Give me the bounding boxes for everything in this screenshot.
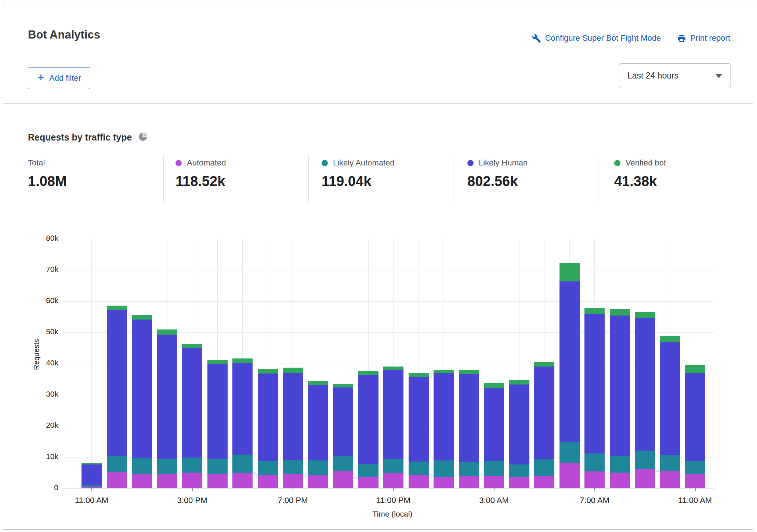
bar-segment-automated <box>308 475 328 488</box>
bar-segment-likely-automated <box>308 460 328 475</box>
bar-segment-verified-bot <box>584 308 605 314</box>
bar-segment-verified-bot <box>484 383 504 388</box>
bar-segment-verified-bot <box>610 309 630 316</box>
bar-segment-verified-bot <box>157 329 177 335</box>
bar[interactable] <box>584 308 605 488</box>
x-tick-label: 11:00 AM <box>55 496 128 505</box>
bar[interactable] <box>459 370 479 488</box>
bar[interactable] <box>333 384 353 488</box>
bar[interactable] <box>660 336 680 489</box>
bar-segment-verified-bot <box>434 370 454 373</box>
bar[interactable] <box>207 360 228 488</box>
bar[interactable] <box>610 309 630 488</box>
bar[interactable] <box>559 263 580 488</box>
bar-segment-likely-human <box>283 373 303 460</box>
y-tick-label: 30k <box>3 390 58 398</box>
x-tick-label: 7:00 AM <box>558 496 631 505</box>
bar[interactable] <box>107 306 127 488</box>
bar-segment-likely-automated <box>534 459 554 476</box>
bar-segment-likely-automated <box>232 455 253 473</box>
bar-segment-verified-bot <box>559 263 580 281</box>
bar-segment-likely-automated <box>610 456 630 473</box>
bar[interactable] <box>82 463 102 488</box>
bar-segment-verified-bot <box>258 369 278 374</box>
bar-segment-likely-automated <box>258 461 278 475</box>
y-tick-label: 20k <box>3 421 58 430</box>
bar[interactable] <box>132 315 152 488</box>
x-tick-label: 3:00 AM <box>457 496 531 505</box>
bar-segment-likely-automated <box>157 459 177 474</box>
bar[interactable] <box>383 367 403 488</box>
bar-segment-likely-automated <box>132 458 152 474</box>
bar[interactable] <box>434 370 454 488</box>
bar-segment-verified-bot <box>685 365 705 373</box>
bar-segment-likely-automated <box>484 461 504 476</box>
bar[interactable] <box>509 380 529 488</box>
bar-segment-automated <box>182 473 202 488</box>
bar-segment-automated <box>559 463 580 488</box>
x-tick-label: 11:00 PM <box>357 496 430 505</box>
bar[interactable] <box>308 381 328 488</box>
bar-segment-likely-human <box>383 370 403 459</box>
x-tick-label: 7:00 PM <box>256 496 330 505</box>
bar-segment-likely-automated <box>207 459 228 474</box>
y-tick-label: 0 <box>3 483 58 492</box>
bar-segment-automated <box>685 474 705 488</box>
bar-segment-likely-human <box>584 314 605 453</box>
bar-segment-likely-human <box>182 348 202 458</box>
bar-segment-automated <box>459 476 479 488</box>
bar-segment-likely-human <box>660 342 680 455</box>
bar-segment-verified-bot <box>333 384 353 387</box>
bar[interactable] <box>635 312 655 488</box>
bar-segment-likely-human <box>82 464 102 485</box>
y-tick-label: 50k <box>3 327 58 336</box>
bar-segment-likely-automated <box>509 464 529 477</box>
bar[interactable] <box>534 362 554 488</box>
bar-segment-likely-human <box>484 388 504 461</box>
bar-segment-verified-bot <box>232 358 253 363</box>
bar-segment-likely-automated <box>685 461 705 474</box>
x-tick-label: 3:00 PM <box>156 496 229 505</box>
bar-segment-likely-automated <box>182 458 202 473</box>
bar-segment-verified-bot <box>358 371 378 375</box>
bar-segment-likely-human <box>308 385 328 461</box>
bar-segment-verified-bot <box>534 362 554 367</box>
bar-segment-automated <box>534 476 554 488</box>
bar-segment-verified-bot <box>660 336 680 343</box>
bar-segment-likely-automated <box>459 462 479 476</box>
bar[interactable] <box>685 365 705 488</box>
grid-line-h <box>63 239 714 239</box>
bar-segment-automated <box>660 471 680 488</box>
bar-segment-automated <box>610 473 630 488</box>
bar-segment-likely-automated <box>383 459 403 473</box>
bar[interactable] <box>283 368 303 488</box>
bar[interactable] <box>232 358 253 488</box>
bar-segment-automated <box>207 474 228 488</box>
x-tick-mark <box>192 488 193 491</box>
x-tick-label: 11:00 AM <box>659 496 732 505</box>
bar-segment-likely-human <box>107 310 127 456</box>
bar-segment-automated <box>584 471 605 488</box>
bar[interactable] <box>157 329 177 489</box>
bar-segment-automated <box>383 473 403 488</box>
bar[interactable] <box>409 373 429 488</box>
bar-segment-likely-human <box>534 367 554 459</box>
bar-segment-likely-human <box>258 374 278 461</box>
bar-segment-likely-human <box>459 374 479 462</box>
bar-segment-likely-automated <box>635 451 655 469</box>
bar-segment-verified-bot <box>107 306 127 310</box>
bar-segment-automated <box>358 477 378 488</box>
y-tick-label: 80k <box>3 234 58 243</box>
bar-segment-likely-automated <box>434 460 454 477</box>
bar-segment-likely-automated <box>107 456 127 472</box>
bar-segment-verified-bot <box>182 344 202 348</box>
bar[interactable] <box>258 369 278 488</box>
bar-segment-likely-human <box>559 281 580 442</box>
y-tick-label: 70k <box>3 265 58 274</box>
bar[interactable] <box>358 371 378 488</box>
bar[interactable] <box>182 344 202 488</box>
grid-line-h <box>63 270 714 270</box>
bar-segment-verified-bot <box>509 380 529 385</box>
bar[interactable] <box>484 383 504 488</box>
bar-segment-likely-automated <box>409 462 429 475</box>
